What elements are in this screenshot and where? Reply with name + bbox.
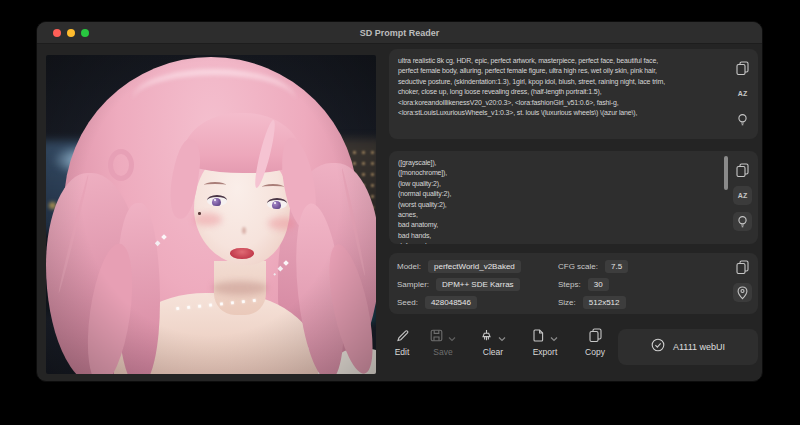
export-label: Export bbox=[533, 347, 558, 357]
seed-row: Seed: 428048546 bbox=[397, 295, 477, 310]
action-toolbar: Edit Save bbox=[389, 325, 758, 371]
chevron-down-icon bbox=[498, 328, 506, 346]
model-label: Model: bbox=[397, 262, 421, 271]
sort-positive-button[interactable]: AZ bbox=[733, 84, 752, 103]
lightbulb-icon bbox=[736, 113, 749, 127]
size-row: Size: 512x512 bbox=[558, 295, 626, 310]
cfg-row: CFG scale: 7.5 bbox=[558, 259, 628, 274]
document-export-icon bbox=[532, 328, 545, 346]
negative-prompt-panel: ([grayscale]), ([monochrome]), (low qual… bbox=[389, 151, 758, 244]
pin-settings-button[interactable] bbox=[733, 283, 752, 302]
sort-az-icon: AZ bbox=[738, 90, 747, 97]
edit-label: Edit bbox=[395, 347, 410, 357]
cfg-value: 7.5 bbox=[605, 260, 628, 273]
sort-negative-button[interactable]: AZ bbox=[733, 186, 752, 205]
titlebar[interactable]: SD Prompt Reader bbox=[37, 22, 762, 44]
app-window: SD Prompt Reader bbox=[36, 21, 763, 382]
copy-icon bbox=[736, 61, 749, 75]
window-title: SD Prompt Reader bbox=[37, 22, 762, 44]
copy-label: Copy bbox=[585, 347, 605, 357]
settings-panel: Model: perfectWorld_v2Baked Sampler: DPM… bbox=[389, 253, 758, 314]
sampler-value: DPM++ SDE Karras bbox=[436, 278, 520, 291]
map-pin-icon bbox=[736, 286, 749, 300]
settings-tools bbox=[733, 257, 752, 302]
negative-prompt-scrollbar[interactable] bbox=[724, 156, 728, 190]
seed-label: Seed: bbox=[397, 298, 418, 307]
save-label: Save bbox=[433, 347, 452, 357]
edit-button[interactable]: Edit bbox=[389, 329, 415, 357]
negative-prompt-text[interactable]: ([grayscale]), ([monochrome]), (low qual… bbox=[389, 151, 758, 244]
steps-row: Steps: 30 bbox=[558, 277, 609, 292]
pencil-icon bbox=[396, 328, 409, 346]
source-format-button[interactable]: A1111 webUI bbox=[618, 329, 758, 365]
copy-icon bbox=[736, 163, 749, 177]
sampler-label: Sampler: bbox=[397, 280, 429, 289]
positive-prompt-text[interactable]: ultra realistic 8k cg, HDR, epic, perfec… bbox=[389, 49, 758, 139]
seed-value: 428048546 bbox=[425, 296, 477, 309]
size-value: 512x512 bbox=[583, 296, 626, 309]
save-button[interactable]: Save bbox=[425, 329, 461, 357]
copy-icon bbox=[736, 260, 749, 274]
positive-prompt-panel: ultra realistic 8k cg, HDR, epic, perfec… bbox=[389, 49, 758, 139]
steps-value: 30 bbox=[588, 278, 609, 291]
raw-positive-button[interactable] bbox=[733, 110, 752, 129]
size-label: Size: bbox=[558, 298, 576, 307]
steps-label: Steps: bbox=[558, 280, 581, 289]
copy-settings-button[interactable] bbox=[733, 257, 752, 276]
check-circle-icon bbox=[651, 338, 665, 356]
cfg-label: CFG scale: bbox=[558, 262, 598, 271]
clear-button[interactable]: Clear bbox=[473, 329, 513, 357]
broom-icon bbox=[480, 328, 493, 346]
vignette-overlay bbox=[46, 55, 376, 374]
copy-positive-button[interactable] bbox=[733, 58, 752, 77]
chevron-down-icon bbox=[550, 328, 558, 346]
copy-negative-button[interactable] bbox=[733, 160, 752, 179]
raw-negative-button[interactable] bbox=[733, 212, 752, 231]
image-preview[interactable] bbox=[46, 55, 376, 374]
model-value: perfectWorld_v2Baked bbox=[428, 260, 521, 273]
sampler-row: Sampler: DPM++ SDE Karras bbox=[397, 277, 520, 292]
export-button[interactable]: Export bbox=[525, 329, 565, 357]
chevron-down-icon bbox=[448, 328, 456, 346]
clear-label: Clear bbox=[483, 347, 503, 357]
model-row: Model: perfectWorld_v2Baked bbox=[397, 259, 521, 274]
floppy-icon bbox=[430, 328, 443, 346]
copy-button[interactable]: Copy bbox=[579, 329, 611, 357]
source-format-label: A1111 webUI bbox=[673, 342, 725, 352]
sort-az-icon: AZ bbox=[738, 192, 747, 199]
negative-prompt-tools: AZ bbox=[733, 160, 752, 231]
positive-prompt-tools: AZ bbox=[733, 58, 752, 129]
copy-icon bbox=[589, 328, 602, 346]
lightbulb-icon bbox=[736, 215, 749, 229]
